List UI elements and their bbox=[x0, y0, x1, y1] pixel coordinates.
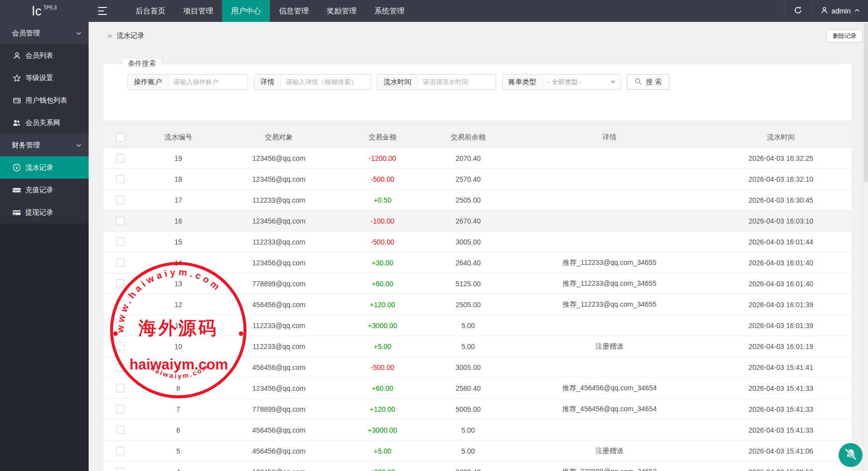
cell-time: 2026-04-03 16:01:39 bbox=[710, 315, 852, 336]
cell-amount: +60.00 bbox=[338, 273, 427, 294]
nav-tab-后台首页[interactable]: 后台首页 bbox=[126, 0, 174, 22]
column-header-交易前余额: 交易前余额 bbox=[427, 127, 509, 148]
app-logo: lc TP5.3 bbox=[0, 0, 89, 22]
nav-tab-信息管理[interactable]: 信息管理 bbox=[270, 0, 318, 22]
cell-counterparty: 456456@qq.com bbox=[220, 357, 338, 378]
cell-flow-id: 19 bbox=[136, 148, 220, 169]
row-checkbox[interactable] bbox=[116, 237, 124, 246]
cell-flow-id: 18 bbox=[136, 169, 220, 190]
checkbox-cell bbox=[104, 315, 136, 336]
select-all-checkbox[interactable] bbox=[116, 133, 124, 142]
row-checkbox[interactable] bbox=[116, 196, 124, 204]
chevron-down-icon bbox=[76, 142, 82, 150]
row-checkbox[interactable] bbox=[116, 342, 124, 351]
person-icon bbox=[821, 6, 828, 15]
nav-tab-系统管理[interactable]: 系统管理 bbox=[366, 0, 413, 22]
row-checkbox[interactable] bbox=[116, 321, 124, 330]
cell-amount: +200.00 bbox=[338, 462, 427, 471]
sidebar-group-会员管理[interactable]: 会员管理 bbox=[0, 22, 89, 44]
cell-flow-id: 11 bbox=[136, 315, 220, 336]
sidebar-toggle-button[interactable] bbox=[89, 0, 117, 22]
cell-amount: +5.00 bbox=[338, 441, 427, 462]
cell-flow-id: 16 bbox=[136, 211, 220, 232]
cell-balance-before: 5125.00 bbox=[427, 273, 509, 294]
row-checkbox[interactable] bbox=[116, 217, 124, 225]
cell-amount: -500.00 bbox=[338, 232, 427, 252]
cell-detail bbox=[509, 148, 710, 169]
cell-amount: -500.00 bbox=[338, 357, 427, 378]
操作账户-input[interactable] bbox=[168, 75, 248, 89]
nav-tab-项目管理[interactable]: 项目管理 bbox=[174, 0, 222, 22]
person-outline-icon bbox=[12, 51, 21, 60]
row-checkbox[interactable] bbox=[116, 279, 124, 288]
row-checkbox[interactable] bbox=[116, 426, 124, 434]
hamburger-icon bbox=[98, 14, 107, 15]
cell-balance-before: 5005.00 bbox=[427, 399, 509, 420]
cell-time: 2026-04-03 16:32:10 bbox=[710, 169, 852, 190]
sidebar-item-会员关系网[interactable]: 会员关系网 bbox=[0, 112, 89, 134]
row-checkbox[interactable] bbox=[116, 258, 124, 267]
cell-detail bbox=[509, 232, 710, 252]
cell-detail bbox=[509, 315, 710, 336]
checkbox-cell bbox=[104, 441, 136, 462]
cell-flow-id: 17 bbox=[136, 190, 220, 211]
checkbox-cell bbox=[104, 190, 136, 211]
table-row: 9456456@qq.com-500.003005.002026-04-03 1… bbox=[104, 357, 852, 378]
star-icon bbox=[12, 74, 21, 82]
search-button[interactable]: 搜 索 bbox=[627, 74, 669, 90]
sidebar-item-流水记录[interactable]: ¥流水记录 bbox=[0, 156, 89, 179]
delete-records-button[interactable]: 删除记录 bbox=[827, 29, 863, 42]
cell-balance-before: 5.00 bbox=[427, 420, 509, 441]
cell-balance-before: 3005.00 bbox=[427, 357, 509, 378]
table-row: 19123456@qq.com-1200.002070.402026-04-03… bbox=[104, 148, 852, 169]
row-checkbox[interactable] bbox=[116, 384, 124, 392]
sidebar-item-会员列表[interactable]: 会员列表 bbox=[0, 44, 89, 67]
bill-type-select[interactable]: - 全部类型 - bbox=[543, 75, 620, 89]
username: admin bbox=[832, 7, 851, 15]
sidebar-item-等级设置[interactable]: 等级设置 bbox=[0, 67, 89, 89]
checkbox-cell bbox=[104, 232, 136, 252]
row-checkbox[interactable] bbox=[116, 447, 124, 455]
sidebar-item-用户钱包列表[interactable]: 用户钱包列表 bbox=[0, 89, 89, 112]
cell-detail: 推荐_456456@qq.com_34654 bbox=[509, 378, 710, 399]
row-checkbox[interactable] bbox=[116, 300, 124, 309]
row-checkbox[interactable] bbox=[116, 154, 124, 162]
column-header-流水时间: 流水时间 bbox=[710, 127, 852, 148]
sidebar-group-财务管理[interactable]: 财务管理 bbox=[0, 134, 89, 156]
cell-amount: +30.00 bbox=[338, 252, 427, 273]
sidebar-item-充值记录[interactable]: PayPal充值记录 bbox=[0, 179, 89, 201]
scrollbar-thumb[interactable] bbox=[864, 23, 868, 182]
cell-detail: 推荐_112233@qq.com_34655 bbox=[509, 273, 710, 294]
checkbox-cell bbox=[104, 336, 136, 357]
cell-counterparty: 123456@qq.com bbox=[220, 148, 338, 169]
cell-time: 2026-04-03 16:32:25 bbox=[710, 148, 852, 169]
refresh-button[interactable] bbox=[784, 0, 812, 22]
field-label: 流水时间 bbox=[377, 75, 418, 89]
row-checkbox[interactable] bbox=[116, 405, 124, 413]
cell-counterparty: 778899@qq.com bbox=[220, 273, 338, 294]
checkbox-cell bbox=[104, 399, 136, 420]
field-label: 详情 bbox=[254, 75, 281, 89]
vertical-scrollbar[interactable] bbox=[863, 22, 868, 471]
row-checkbox[interactable] bbox=[116, 175, 124, 183]
sidebar-item-提现记录[interactable]: 提现记录 bbox=[0, 201, 89, 224]
user-menu[interactable]: admin bbox=[812, 0, 868, 22]
cell-counterparty: 123456@qq.com bbox=[220, 169, 338, 190]
checkbox-cell bbox=[104, 294, 136, 315]
notifications-float-button[interactable] bbox=[839, 443, 863, 467]
hamburger-icon bbox=[98, 10, 104, 11]
cell-counterparty: 112233@qq.com bbox=[220, 190, 338, 211]
nav-tab-奖励管理[interactable]: 奖励管理 bbox=[318, 0, 366, 22]
row-checkbox[interactable] bbox=[116, 468, 124, 471]
cell-detail bbox=[509, 420, 710, 441]
column-header-详情: 详情 bbox=[509, 127, 710, 148]
row-checkbox[interactable] bbox=[116, 363, 124, 371]
流水时间-input[interactable] bbox=[418, 75, 496, 89]
svg-text:PayPal: PayPal bbox=[13, 189, 21, 192]
select-all-header-cell bbox=[104, 127, 136, 148]
nav-tab-用户中心[interactable]: 用户中心 bbox=[222, 0, 270, 22]
sidebar-group-label: 会员管理 bbox=[12, 29, 40, 38]
cell-counterparty: 112233@qq.com bbox=[220, 232, 338, 252]
详情-input[interactable] bbox=[281, 75, 371, 89]
top-navbar: lc TP5.3 后台首页项目管理用户中心信息管理奖励管理系统管理 admin bbox=[0, 0, 868, 22]
